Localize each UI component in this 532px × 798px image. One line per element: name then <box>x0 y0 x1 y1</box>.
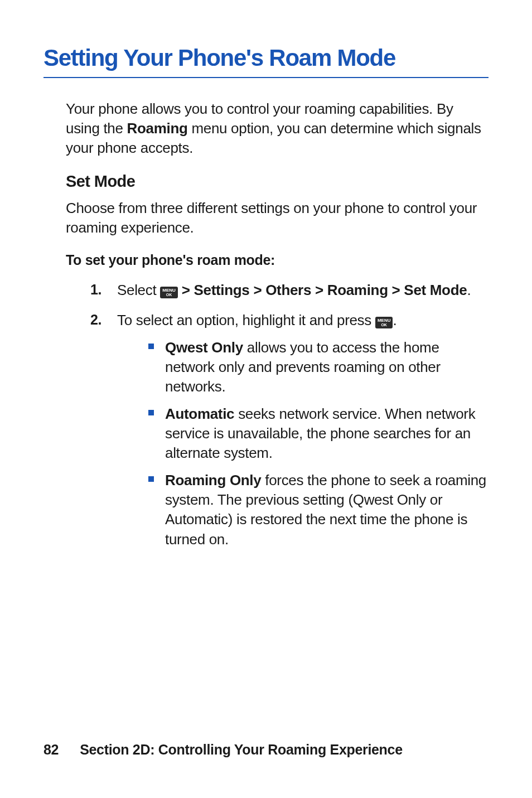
option-name: Qwest Only <box>165 339 243 356</box>
steps-list: 1. Select MENUOK > Settings > Others > R… <box>90 280 489 549</box>
menu-ok-icon: MENUOK <box>160 287 178 298</box>
step-path-bold: > Settings > Others > Roaming > Set Mode <box>178 282 467 298</box>
manual-page: Setting Your Phone's Roam Mode Your phon… <box>0 0 532 798</box>
intro-bold: Roaming <box>127 120 188 137</box>
list-item: Qwest Only allows you to access the home… <box>148 338 489 396</box>
menu-ok-icon: MENUOK <box>375 317 393 328</box>
instruction-lead: To set your phone's roam mode: <box>66 252 489 268</box>
footer-section: Section 2D: Controlling Your Roaming Exp… <box>80 742 403 757</box>
list-item: Roaming Only forces the phone to seek a … <box>148 471 489 549</box>
intro-paragraph: Your phone allows you to control your ro… <box>66 99 489 158</box>
step-text-before: Select <box>117 282 160 298</box>
option-name: Roaming Only <box>165 472 261 489</box>
section-paragraph: Choose from three different settings on … <box>66 199 489 238</box>
option-name: Automatic <box>165 405 234 422</box>
step-text-before: To select an option, highlight it and pr… <box>117 312 375 328</box>
menu-icon-line2: OK <box>162 293 176 297</box>
page-footer: 82Section 2D: Controlling Your Roaming E… <box>43 742 403 758</box>
page-title: Setting Your Phone's Roam Mode <box>43 45 489 78</box>
menu-icon-line2: OK <box>378 323 391 327</box>
menu-icon-line1: MENU <box>378 318 391 323</box>
list-item: Automatic seeks network service. When ne… <box>148 404 489 463</box>
step-number: 2. <box>90 311 101 330</box>
step-text-after: . <box>393 312 396 328</box>
options-list: Qwest Only allows you to access the home… <box>148 338 489 549</box>
section-subhead: Set Mode <box>66 172 489 191</box>
step-text-after: . <box>467 282 471 298</box>
step-1: 1. Select MENUOK > Settings > Others > R… <box>90 280 489 300</box>
menu-icon-line1: MENU <box>162 288 176 293</box>
step-number: 1. <box>90 280 101 299</box>
page-number: 82 <box>43 742 59 757</box>
step-2: 2. To select an option, highlight it and… <box>90 311 489 549</box>
